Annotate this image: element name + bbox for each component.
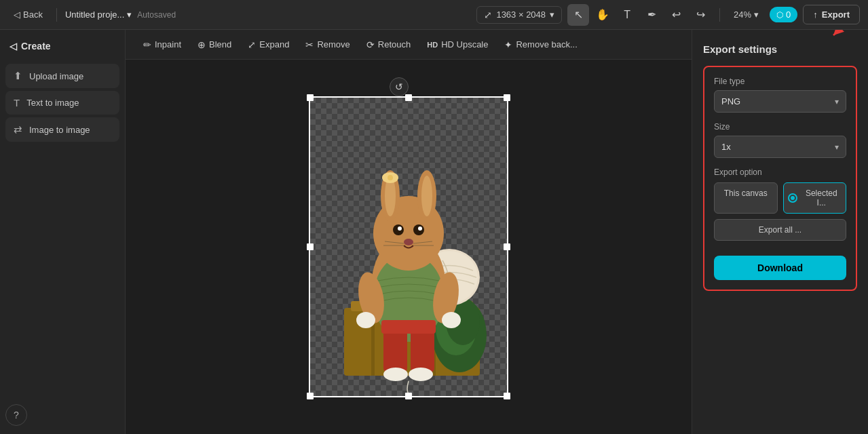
size-label: Size	[714, 122, 846, 132]
tool-group: ↖ ✋ T ✒ ↩ ↪	[567, 4, 711, 26]
project-title[interactable]: Untitled proje... ▾	[65, 9, 132, 20]
help-button[interactable]: ?	[5, 404, 27, 426]
upload-icon: ⬆	[14, 70, 22, 82]
file-type-select[interactable]: PNG ▾	[714, 90, 846, 113]
resize-icon: ⤢	[484, 9, 492, 20]
canvas-svg	[310, 98, 507, 396]
remove-back-label: Remove back...	[516, 39, 577, 50]
autosaved-label: Autosaved	[137, 10, 176, 20]
chevron-down-icon: ▾	[127, 9, 132, 20]
sidebar-item-text-to-image[interactable]: T Text to image	[5, 91, 119, 115]
svg-point-20	[383, 368, 408, 381]
retouch-label: Retouch	[378, 39, 411, 50]
this-canvas-option[interactable]: This canvas	[714, 182, 778, 214]
resize-label: 1363 × 2048	[496, 9, 546, 20]
sidebar-header: ◁ Create	[5, 38, 119, 54]
sidebar-item-image-to-image[interactable]: ⇄ Image to image	[5, 117, 119, 142]
sidebar-item-upload-image[interactable]: ⬆ Upload image	[5, 64, 119, 88]
export-button[interactable]: ↑ Export	[803, 5, 860, 24]
chevron-down-icon: ▾	[835, 97, 839, 106]
export-all-button[interactable]: Export all ...	[714, 219, 846, 241]
main-layout: ◁ Create ⬆ Upload image T Text to image …	[0, 30, 868, 434]
sidebar: ◁ Create ⬆ Upload image T Text to image …	[0, 30, 126, 434]
refresh-icon: ↺	[395, 81, 403, 92]
hd-upscale-tool[interactable]: HD HD Upscale	[420, 36, 495, 53]
svg-point-25	[442, 312, 461, 328]
export-settings-title: Export settings	[703, 43, 857, 55]
svg-point-37	[418, 226, 422, 231]
text-tool[interactable]: T	[616, 4, 638, 26]
redo-button[interactable]: ↪	[690, 4, 711, 26]
svg-rect-19	[381, 320, 436, 334]
expand-label: Expand	[259, 39, 289, 50]
zoom-label: 24%	[734, 9, 751, 20]
pen-tool[interactable]: ✒	[641, 4, 662, 26]
blend-icon: ⊕	[197, 39, 206, 50]
expand-icon: ⤢	[248, 39, 256, 50]
text-to-image-label: Text to image	[26, 98, 79, 108]
select-tool[interactable]: ↖	[567, 4, 589, 26]
export-icon: ↑	[813, 9, 818, 20]
hand-tool[interactable]: ✋	[592, 4, 614, 26]
chevron-down-icon: ▾	[550, 9, 554, 20]
blend-label: Blend	[209, 39, 231, 50]
canvas-viewport[interactable]: ↺	[126, 60, 692, 434]
chevron-down-icon: ▾	[754, 9, 759, 20]
export-all-label: Export all ...	[759, 225, 801, 235]
svg-point-24	[356, 312, 375, 328]
file-type-field: File type PNG ▾	[714, 77, 846, 113]
upload-image-label: Upload image	[29, 71, 83, 81]
hd-icon: HD	[427, 41, 438, 49]
blend-tool[interactable]: ⊕ Blend	[191, 36, 238, 54]
topbar: ◁ Back Untitled proje... ▾ Autosaved ⤢ 1…	[0, 0, 868, 30]
canvas-toolbar: ✏ Inpaint ⊕ Blend ⤢ Expand ✂ Remove ⟳ Re…	[126, 30, 692, 60]
inpaint-icon: ✏	[143, 39, 151, 50]
remove-icon: ✂	[305, 39, 314, 50]
file-type-label: File type	[714, 77, 846, 86]
export-option-buttons: This canvas Selected I...	[714, 182, 846, 214]
image-to-image-label: Image to image	[29, 125, 90, 135]
counter-value: 0	[786, 9, 791, 20]
divider1	[56, 8, 57, 22]
image-icon: ⇄	[14, 123, 22, 136]
expand-tool[interactable]: ⤢ Expand	[241, 36, 296, 54]
back-icon: ◁	[14, 9, 20, 20]
export-option-label: Export option	[714, 167, 846, 177]
back-label: Back	[23, 9, 43, 20]
chevron-down-icon: ▾	[835, 142, 839, 152]
svg-point-33	[388, 175, 393, 180]
export-label: Export	[822, 9, 850, 20]
zoom-control[interactable]: 24% ▾	[728, 7, 764, 22]
inpaint-label: Inpaint	[155, 39, 181, 50]
retouch-icon: ⟳	[366, 39, 375, 50]
arrow-annotation	[823, 30, 864, 42]
canvas-image	[310, 98, 507, 396]
create-icon: ◁	[10, 41, 17, 52]
svg-point-21	[409, 368, 433, 381]
radio-dot-inner	[791, 196, 795, 200]
radio-dot	[788, 193, 797, 203]
size-select[interactable]: 1x ▾	[714, 136, 846, 158]
inpaint-tool[interactable]: ✏ Inpaint	[136, 36, 188, 54]
export-settings-box: File type PNG ▾ Size 1x ▾ Export option	[703, 66, 857, 291]
undo-button[interactable]: ↩	[665, 4, 687, 26]
text-icon: T	[14, 97, 20, 108]
remove-back-icon: ✦	[504, 39, 512, 50]
export-option-field: Export option This canvas Selected I... …	[714, 167, 846, 241]
download-label: Download	[757, 262, 803, 273]
canvas-area: ✏ Inpaint ⊕ Blend ⤢ Expand ✂ Remove ⟳ Re…	[126, 30, 692, 434]
retouch-tool[interactable]: ⟳ Retouch	[360, 36, 417, 54]
svg-point-31	[421, 176, 432, 216]
remove-tool[interactable]: ✂ Remove	[299, 36, 356, 54]
selected-layers-option[interactable]: Selected I...	[783, 182, 847, 214]
refresh-button[interactable]: ↺	[390, 77, 409, 96]
svg-point-36	[398, 226, 402, 231]
sidebar-title: Create	[21, 41, 51, 52]
back-button[interactable]: ◁ Back	[8, 7, 48, 22]
resize-control[interactable]: ⤢ 1363 × 2048 ▾	[476, 6, 562, 24]
size-field: Size 1x ▾	[714, 122, 846, 158]
remove-back-tool[interactable]: ✦ Remove back...	[497, 36, 584, 54]
help-icon: ?	[14, 410, 19, 420]
download-button[interactable]: Download	[714, 256, 846, 280]
layer-counter[interactable]: ⬡ 0	[770, 7, 797, 22]
